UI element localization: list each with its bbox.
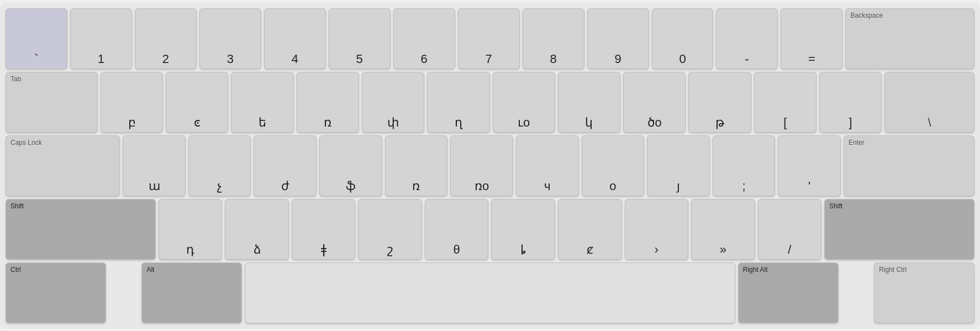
key-char: =: [808, 52, 815, 66]
key-backtick[interactable]: `: [6, 8, 67, 69]
key-5[interactable]: 5: [329, 8, 391, 69]
keyboard-row-3: Caps Lock ա չ ժ ֆ ռ ռо ч ο յ ;: [6, 135, 974, 196]
key-dash[interactable]: ֊: [716, 8, 778, 69]
key-r[interactable]: ռ: [297, 72, 359, 133]
key-comma[interactable]: ›: [625, 199, 689, 260]
key-t[interactable]: փ: [362, 72, 424, 133]
key-alt[interactable]: Alt: [141, 262, 242, 323]
key-label-right-alt: Right Alt: [743, 266, 768, 274]
key-char: շ: [387, 243, 393, 257]
key-char: 6: [421, 52, 428, 66]
key-ctrl-left[interactable]: Ctrl: [6, 262, 106, 323]
key-char: ͼ: [194, 115, 201, 130]
key-semicolon[interactable]: ;: [713, 135, 776, 196]
key-4[interactable]: 4: [264, 8, 326, 69]
key-bracket-r[interactable]: ]: [819, 72, 882, 133]
key-0[interactable]: 0: [652, 8, 714, 69]
key-char: 0: [679, 52, 686, 66]
key-char: ]: [849, 115, 852, 130]
key-char: ղ: [455, 115, 462, 130]
keyboard: ` 1 2 3 4 5 6 7 8 9 0 ֊: [0, 3, 980, 329]
key-d[interactable]: ժ: [254, 135, 317, 196]
key-h[interactable]: ռо: [450, 135, 513, 196]
key-2[interactable]: 2: [135, 8, 197, 69]
key-n[interactable]: ȴ: [491, 199, 555, 260]
key-label-shift-right: Shift: [829, 202, 842, 210]
key-a[interactable]: ա: [123, 135, 186, 196]
key-char: `: [34, 52, 38, 66]
key-space[interactable]: [245, 262, 735, 323]
key-u[interactable]: ւо: [493, 72, 555, 133]
key-q[interactable]: բ: [101, 72, 163, 133]
key-char: [: [783, 115, 787, 130]
key-equals[interactable]: =: [781, 8, 842, 69]
key-char: ;: [742, 179, 745, 193]
key-y[interactable]: ղ: [427, 72, 489, 133]
key-label-ctrl: Ctrl: [10, 266, 21, 274]
key-label-enter: Enter: [849, 139, 865, 146]
key-char: ռ: [324, 115, 331, 130]
key-7[interactable]: 7: [458, 8, 520, 69]
key-b[interactable]: θ: [425, 199, 489, 260]
key-z[interactable]: դ: [159, 199, 223, 260]
key-o[interactable]: ծо: [623, 72, 686, 133]
key-f[interactable]: ֆ: [319, 135, 382, 196]
key-capslock[interactable]: Caps Lock: [6, 135, 120, 196]
key-char: ւо: [518, 115, 530, 130]
key-shift-right[interactable]: Shift: [824, 199, 974, 260]
key-6[interactable]: 6: [393, 8, 455, 69]
key-m[interactable]: ȼ: [558, 199, 622, 260]
key-p[interactable]: թ: [688, 72, 751, 133]
key-char: ›: [655, 243, 658, 257]
key-g[interactable]: ռ: [385, 135, 448, 196]
key-char: յ: [677, 179, 680, 193]
key-char: փ: [387, 115, 399, 130]
key-w[interactable]: ͼ: [166, 72, 228, 133]
key-enter[interactable]: Enter: [844, 135, 974, 196]
key-char: \: [928, 115, 931, 130]
key-3[interactable]: 3: [199, 8, 261, 69]
key-char: θ: [454, 243, 460, 257]
key-label-backspace: Backspace: [850, 12, 883, 19]
key-right-ctrl[interactable]: Right Ctrl: [874, 262, 974, 323]
key-c[interactable]: ǂ: [292, 199, 356, 260]
key-l[interactable]: յ: [647, 135, 710, 196]
key-char: 8: [550, 52, 556, 66]
key-backslash[interactable]: \: [884, 72, 974, 133]
key-right-alt[interactable]: Right Alt: [738, 262, 839, 323]
key-char: ե: [259, 115, 266, 130]
key-s[interactable]: չ: [188, 135, 251, 196]
spacer-1: [109, 262, 139, 323]
key-backspace[interactable]: Backspace: [845, 8, 974, 69]
key-x[interactable]: ձ: [225, 199, 289, 260]
key-i[interactable]: կ: [558, 72, 620, 133]
key-char: ֆ: [346, 179, 356, 193]
key-char: 5: [356, 52, 363, 66]
key-k[interactable]: ο: [582, 135, 645, 196]
key-char: ȴ: [520, 243, 526, 257]
keyboard-row-5: Ctrl Alt Right Alt Right Ctrl: [6, 262, 974, 323]
key-char: ': [808, 179, 810, 193]
key-char: կ: [585, 115, 593, 130]
key-bracket-l[interactable]: [: [754, 72, 816, 133]
key-char: ռо: [475, 179, 489, 193]
key-char: 3: [227, 52, 234, 66]
keyboard-row-1: ` 1 2 3 4 5 6 7 8 9 0 ֊: [6, 8, 974, 69]
key-char: »: [720, 243, 726, 257]
key-period[interactable]: »: [691, 199, 755, 260]
key-shift-left[interactable]: Shift: [6, 199, 156, 260]
key-label-tab: Tab: [10, 75, 21, 83]
key-v[interactable]: շ: [358, 199, 422, 260]
key-char: ծо: [647, 115, 662, 130]
key-char: ο: [609, 179, 616, 193]
key-j[interactable]: ч: [516, 135, 579, 196]
key-1[interactable]: 1: [70, 8, 132, 69]
key-8[interactable]: 8: [523, 8, 584, 69]
key-quote[interactable]: ': [778, 135, 841, 196]
key-9[interactable]: 9: [587, 8, 649, 69]
key-tab[interactable]: Tab: [6, 72, 98, 133]
keyboard-row-2: Tab բ ͼ ե ռ փ ղ ւо կ ծо թ: [6, 72, 974, 133]
key-slash[interactable]: /: [758, 199, 822, 260]
key-char: թ: [715, 115, 724, 130]
key-e[interactable]: ե: [231, 72, 293, 133]
